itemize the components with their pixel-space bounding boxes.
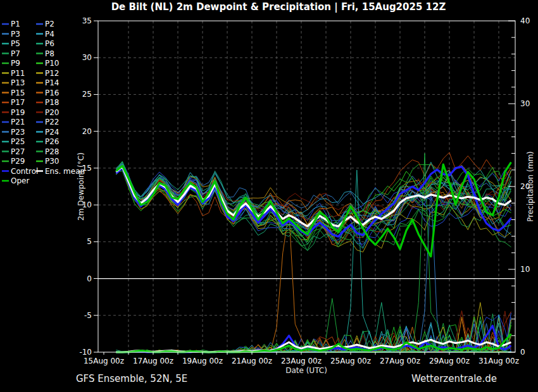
ensemble-meteogram-chart: -10-50510152025303501020304015Aug 00z17A… [0,0,538,392]
legend-item-p30-label: P30 [45,157,59,166]
legend-item-p22-label: P22 [45,118,59,126]
legend-item-p3-label: P3 [11,30,20,39]
legend-item-p16-label: P16 [45,89,59,97]
x-tick-label-1: 17Aug 00z [133,357,173,365]
legend-item-p28-label: P28 [45,147,59,156]
right-tick-label-30: 30 [520,99,530,108]
legend-item-p21-label: P21 [11,118,25,126]
chart-title: De Bilt (NL) 2m Dewpoint & Precipitation… [111,1,446,13]
x-tick-label-4: 23Aug 00z [281,357,322,365]
footer-watermark: Wetterzentrale.de [411,373,497,384]
legend-item-p5-label: P5 [11,39,20,48]
legend-item-p25-label: P25 [11,137,25,146]
y-left-axis-label: 2m Dewpoint (°C) [77,152,85,221]
legend-item-p27-label: P27 [11,147,25,156]
legend-item-p29-label: P29 [11,157,25,166]
y-right-axis-label: Precipitation (mm) [526,151,535,222]
left-tick-label-30: 30 [82,53,92,62]
x-tick-label-7: 29Aug 00z [429,357,470,365]
left-tick-label--5: -5 [84,311,92,320]
left-tick-label-20: 20 [82,127,92,136]
x-tick-label-3: 21Aug 00z [232,357,272,365]
legend-item-p12-label: P12 [45,69,59,78]
legend-item-oper-label: Oper [11,176,29,185]
legend-item-p10-label: P10 [45,59,59,68]
legend-item-p7-label: P7 [11,49,20,58]
left-tick-label--10: -10 [79,348,92,357]
left-tick-label-35: 35 [82,16,92,25]
legend-item-p8-label: P8 [45,49,54,58]
legend-item-p1-label: P1 [11,20,20,28]
legend-item-p11-label: P11 [11,69,25,78]
legend-item-p4-label: P4 [45,30,54,39]
left-tick-label-25: 25 [82,90,92,99]
right-tick-label-40: 40 [520,16,530,25]
legend-item-p18-label: P18 [45,98,59,107]
legend-item-p19-label: P19 [11,108,25,117]
legend-item-p14-label: P14 [45,78,59,87]
legend-item-p2-label: P2 [45,20,54,28]
legend-item-p17-label: P17 [11,98,25,107]
x-tick-label-2: 19Aug 00z [182,357,223,365]
left-tick-label-0: 0 [87,274,92,283]
left-tick-label-5: 5 [87,237,92,246]
x-tick-label-8: 31Aug 00z [479,357,519,365]
x-tick-label-5: 25Aug 00z [330,357,371,365]
meteogram-page: -10-50510152025303501020304015Aug 00z17A… [0,0,538,392]
legend-item-p20-label: P20 [45,108,59,117]
legend-item-p24-label: P24 [45,128,59,137]
x-tick-label-0: 15Aug 00z [84,357,124,365]
legend-item-p9-label: P9 [11,59,20,68]
legend-item-p15-label: P15 [11,89,25,97]
right-tick-label-10: 10 [520,265,530,274]
x-tick-label-6: 27Aug 00z [380,357,420,365]
footer-model-info: GFS Ensemble, 52N, 5E [76,373,187,384]
legend-item-p26-label: P26 [45,137,59,146]
x-axis-label: Date (UTC) [285,366,327,375]
legend-item-p6-label: P6 [45,39,54,48]
legend-item-p23-label: P23 [11,128,25,137]
legend-item-p13-label: P13 [11,78,25,87]
legend-item-control-label: Control [11,167,38,176]
right-tick-label-0: 0 [520,348,525,357]
